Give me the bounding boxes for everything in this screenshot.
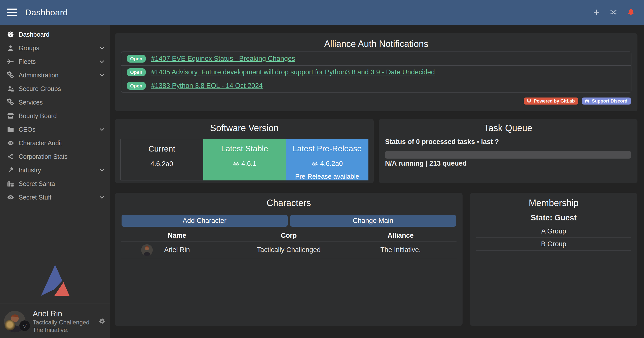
chevron-down-icon bbox=[99, 45, 105, 51]
sidebar-item-label: Administration bbox=[19, 72, 58, 79]
discord-badge[interactable]: Support Discord bbox=[582, 98, 631, 105]
shuffle-icon[interactable] bbox=[610, 9, 617, 16]
discord-icon bbox=[584, 98, 590, 104]
sidebar-item-secret-stuff[interactable]: Secret Stuff bbox=[0, 190, 110, 204]
sidebar-item-corporation-stats[interactable]: Corporation Stats bbox=[0, 150, 110, 163]
notification-link[interactable]: #1407 EVE Equinox Status - Breaking Chan… bbox=[151, 55, 295, 63]
user-name: Ariel Rin bbox=[33, 309, 62, 318]
character-alliance: The Initiative. bbox=[345, 246, 457, 254]
character-portrait bbox=[141, 244, 153, 256]
gifts-icon bbox=[6, 180, 15, 187]
user-corp: Tactically Challenged bbox=[33, 319, 89, 326]
task-queue-title: Task Queue bbox=[379, 123, 637, 133]
user-panel: ▽ Ariel Rin Tactically Challenged The In… bbox=[0, 304, 110, 338]
group-item: B Group bbox=[476, 238, 631, 251]
page-title: Dashboard bbox=[25, 8, 68, 17]
sidebar-item-fleets[interactable]: Fleets bbox=[0, 55, 110, 68]
folder-icon bbox=[6, 126, 15, 133]
sidebar-item-label: Secret Stuff bbox=[19, 194, 51, 201]
chevron-down-icon bbox=[99, 167, 105, 173]
user-lock-icon bbox=[6, 85, 15, 92]
task-queue-counts: N/A running | 213 queued bbox=[385, 160, 467, 167]
prerelease-note: Pre-Release available bbox=[286, 173, 368, 180]
gitlab-badge[interactable]: Powered by GitLab bbox=[524, 98, 578, 105]
sidebar-item-label: Bounty Board bbox=[19, 112, 57, 120]
column-header-alliance: Alliance bbox=[345, 232, 457, 239]
jet-icon bbox=[6, 58, 15, 65]
sidebar-item-label: Dashboard bbox=[19, 31, 49, 38]
alliance-logo-badge: ▽ bbox=[19, 320, 30, 331]
sidebar-item-services[interactable]: Services bbox=[0, 95, 110, 109]
characters-table: Name Corp Alliance Ariel Rin Tactically … bbox=[121, 230, 457, 258]
characters-title: Characters bbox=[115, 198, 463, 208]
chevron-down-icon bbox=[99, 59, 105, 65]
sidebar-item-label: Groups bbox=[19, 44, 39, 52]
sidebar-item-dashboard[interactable]: Dashboard bbox=[0, 28, 110, 41]
gitlab-icon bbox=[233, 161, 239, 167]
sidebar-item-label: CEOs bbox=[19, 126, 35, 133]
discord-badge-label: Support Discord bbox=[592, 99, 627, 104]
notification-item: Open #1405 Advisory: Future development … bbox=[121, 65, 631, 79]
gitlab-icon bbox=[526, 98, 532, 104]
sidebar-item-bounty-board[interactable]: Bounty Board bbox=[0, 109, 110, 123]
sidebar-item-label: Industry bbox=[19, 167, 41, 174]
gitlab-icon bbox=[312, 161, 318, 167]
add-character-button[interactable]: Add Character bbox=[122, 215, 288, 227]
membership-groups: A Group B Group bbox=[476, 225, 631, 251]
plus-icon[interactable] bbox=[593, 9, 600, 16]
gitlab-badge-label: Powered by GitLab bbox=[534, 99, 575, 104]
version-heading: Latest Pre-Release bbox=[286, 144, 368, 153]
characters-panel: Characters Add Character Change Main Nam… bbox=[115, 193, 463, 326]
sidebar-item-secure-groups[interactable]: Secure Groups bbox=[0, 82, 110, 95]
task-queue-panel: Task Queue Status of 0 processed tasks •… bbox=[379, 119, 637, 183]
chevron-down-icon bbox=[99, 72, 105, 78]
sidebar-item-secret-santa[interactable]: Secret Santa bbox=[0, 177, 110, 190]
software-version-panel: Software Version Current 4.6.2a0 Latest … bbox=[115, 119, 374, 183]
task-queue-status: Status of 0 processed tasks • last ? bbox=[385, 138, 499, 146]
status-badge: Open bbox=[127, 55, 146, 63]
notification-list: Open #1407 EVE Equinox Status - Breaking… bbox=[121, 52, 631, 93]
version-heading: Latest Stable bbox=[203, 144, 286, 153]
change-main-button[interactable]: Change Main bbox=[290, 215, 456, 227]
notification-link[interactable]: #1405 Advisory: Future development will … bbox=[151, 68, 435, 76]
sidebar-item-groups[interactable]: Groups bbox=[0, 41, 110, 55]
version-stable-box: Latest Stable 4.6.1 bbox=[203, 139, 286, 180]
sidebar: Dashboard Groups Fleets Administrat bbox=[0, 25, 110, 338]
eye-icon bbox=[6, 139, 15, 147]
table-row: Ariel Rin Tactically Challenged The Init… bbox=[121, 241, 457, 258]
chevron-down-icon bbox=[99, 126, 105, 132]
membership-title: Membership bbox=[470, 198, 637, 208]
user-alliance: The Initiative. bbox=[33, 326, 69, 333]
hamburger-menu-icon[interactable] bbox=[7, 9, 17, 16]
hammer-icon bbox=[6, 166, 15, 174]
column-header-corp: Corp bbox=[233, 232, 345, 239]
sidebar-item-label: Services bbox=[19, 99, 43, 106]
gears-icon bbox=[6, 99, 15, 106]
version-number: 4.6.2a0 bbox=[320, 160, 343, 168]
sidebar-item-character-audit[interactable]: Character Audit bbox=[0, 136, 110, 150]
sidebar-item-ceos[interactable]: CEOs bbox=[0, 123, 110, 136]
user-icon bbox=[6, 44, 15, 52]
status-badge: Open bbox=[127, 68, 146, 76]
top-navbar: Dashboard bbox=[0, 0, 644, 25]
bell-icon[interactable] bbox=[627, 8, 635, 16]
sidebar-item-industry[interactable]: Industry bbox=[0, 163, 110, 177]
notification-item: Open #1383 Python 3.8 EOL - 14 Oct 2024 bbox=[121, 79, 631, 92]
notifications-panel: Alliance Auth Notifications Open #1407 E… bbox=[115, 33, 637, 111]
sidebar-item-label: Corporation Stats bbox=[19, 153, 68, 160]
user-settings-gear-icon[interactable] bbox=[99, 318, 106, 325]
character-name: Ariel Rin bbox=[121, 246, 233, 254]
sidebar-item-label: Fleets bbox=[19, 58, 36, 65]
eye-icon bbox=[6, 194, 15, 201]
sidebar-item-administration[interactable]: Administration bbox=[0, 68, 110, 82]
alliance-auth-logo bbox=[40, 264, 70, 297]
notification-item: Open #1407 EVE Equinox Status - Breaking… bbox=[121, 52, 631, 65]
gears-icon bbox=[6, 71, 15, 79]
version-boxes: Current 4.6.2a0 Latest Stable 4.6.1 Late… bbox=[120, 139, 368, 180]
notification-link[interactable]: #1383 Python 3.8 EOL - 14 Oct 2024 bbox=[151, 82, 263, 90]
external-badges: Powered by GitLab Support Discord bbox=[524, 98, 631, 105]
version-current-box: Current 4.6.2a0 bbox=[120, 139, 203, 180]
notifications-title: Alliance Auth Notifications bbox=[115, 39, 637, 49]
character-corp: Tactically Challenged bbox=[233, 246, 345, 254]
sidebar-item-label: Secure Groups bbox=[19, 85, 61, 92]
